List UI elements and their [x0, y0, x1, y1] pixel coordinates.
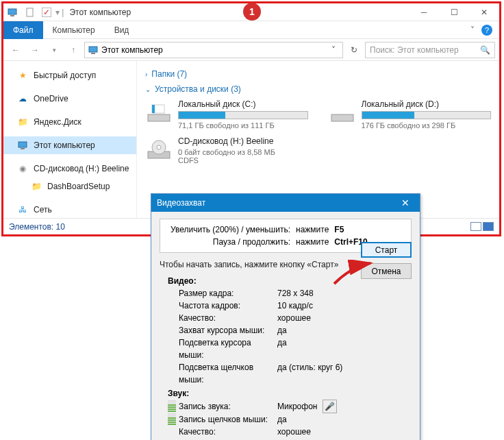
- address-text: Этот компьютер: [101, 45, 163, 55]
- star-icon: ★: [17, 70, 28, 81]
- item-count: Элементов: 10: [9, 222, 65, 232]
- level-meter-icon: [168, 400, 176, 413]
- drive-icon: [145, 99, 173, 127]
- recent-chevron-icon[interactable]: ▾: [46, 42, 62, 58]
- hint-label: Пауза / продолжить:: [167, 236, 290, 248]
- drive-name: Локальный диск (C:): [178, 99, 308, 109]
- prop-value: 728 x 348: [277, 287, 314, 300]
- svg-rect-5: [18, 142, 27, 147]
- address-box[interactable]: Этот компьютер ˅: [84, 42, 343, 58]
- svg-rect-3: [89, 47, 97, 52]
- drive-bar: [362, 111, 492, 119]
- tab-view[interactable]: Вид: [105, 21, 139, 39]
- close-button[interactable]: ✕: [469, 3, 499, 21]
- svg-rect-2: [27, 8, 33, 16]
- tab-computer[interactable]: Компьютер: [43, 21, 105, 39]
- svg-point-13: [157, 145, 161, 149]
- svg-rect-6: [21, 148, 25, 149]
- drive-c[interactable]: Локальный диск (C:) 71,1 ГБ свободно из …: [145, 99, 308, 130]
- search-input[interactable]: Поиск: Этот компьютер 🔍: [365, 42, 495, 58]
- svg-rect-7: [148, 114, 170, 121]
- drive-icon: [329, 99, 356, 127]
- sidebar-item-quick[interactable]: ★Быстрый доступ: [3, 66, 136, 84]
- help-icon[interactable]: ?: [481, 25, 492, 36]
- sidebar-label: DashBoardSetup: [47, 182, 110, 191]
- group-label: Устройства и диски (3): [155, 84, 241, 94]
- prop-label: Подсветка щелчков мыши:: [168, 361, 277, 386]
- sidebar-item-dash[interactable]: 📁DashBoardSetup: [3, 178, 136, 195]
- view-tiles-button[interactable]: [483, 222, 494, 231]
- prop-label: Частота кадров:: [168, 300, 277, 312]
- start-button[interactable]: Старт: [361, 242, 412, 258]
- drive-name: CD-дисковод (H:) Beeline: [178, 136, 323, 146]
- forward-button[interactable]: →: [27, 42, 43, 58]
- prop-label: Запись звука:: [179, 400, 277, 413]
- sidebar-item-yandex[interactable]: 📁Яндекс.Диск: [3, 113, 136, 131]
- sidebar-label: CD-дисковод (H:) Beeline: [34, 164, 129, 173]
- dialog-title: Видеозахват: [157, 198, 205, 208]
- hint-key: F5: [334, 223, 344, 236]
- svg-rect-9: [152, 105, 155, 113]
- sidebar: ★Быстрый доступ ☁OneDrive 📁Яндекс.Диск Э…: [3, 61, 137, 219]
- sidebar-label: Яндекс.Диск: [34, 117, 81, 127]
- chevron-down-icon: ⌄: [145, 86, 151, 93]
- prop-value: хорошее: [277, 312, 311, 324]
- arrow-icon: [331, 260, 379, 287]
- svg-rect-1: [10, 15, 14, 16]
- up-button[interactable]: ↑: [65, 42, 81, 58]
- hint-text: нажмите: [296, 236, 329, 248]
- mic-config-icon[interactable]: 🎤: [323, 400, 337, 413]
- prop-value: да (стиль: круг 6): [277, 361, 342, 386]
- drive-free: 0 байт свободно из 8,58 МБ: [178, 148, 323, 156]
- sidebar-item-onedrive[interactable]: ☁OneDrive: [3, 90, 136, 108]
- svg-rect-0: [8, 9, 16, 14]
- sidebar-item-network[interactable]: 🖧Сеть: [3, 201, 136, 219]
- svg-rect-10: [331, 114, 353, 121]
- check-icon: ✓: [42, 8, 51, 17]
- maximize-button[interactable]: ☐: [439, 3, 469, 21]
- prop-value: да: [277, 413, 287, 426]
- prop-label: Качество:: [168, 312, 277, 324]
- disc-icon: [145, 136, 173, 164]
- annotation-marker: 1: [243, 3, 261, 21]
- chevron-right-icon: ›: [145, 71, 147, 78]
- ribbon-chevron-icon[interactable]: ˅: [470, 25, 475, 35]
- sidebar-item-thispc[interactable]: Этот компьютер: [3, 136, 136, 154]
- prop-label: Размер кадра:: [168, 287, 277, 300]
- sidebar-label: Сеть: [34, 205, 52, 215]
- prop-value: хорошее: [277, 426, 311, 438]
- dialog-titlebar: Видеозахват ✕: [151, 194, 420, 212]
- address-bar: ← → ▾ ↑ Этот компьютер ˅ ↻ Поиск: Этот к…: [3, 39, 499, 61]
- drive-d[interactable]: Локальный диск (D:) 176 ГБ свободно из 2…: [329, 99, 492, 130]
- network-icon: 🖧: [17, 204, 28, 215]
- group-folders[interactable]: ›Папки (7): [145, 69, 491, 79]
- refresh-button[interactable]: ↻: [346, 45, 362, 55]
- drive-fs: CDFS: [178, 156, 323, 164]
- drive-cd[interactable]: CD-дисковод (H:) Beeline 0 байт свободно…: [145, 136, 323, 164]
- tab-file[interactable]: Файл: [3, 21, 43, 39]
- group-label: Папки (7): [151, 69, 187, 79]
- dialog-close-button[interactable]: ✕: [396, 197, 414, 208]
- prop-label: Запись щелчков мыши:: [179, 413, 277, 426]
- minimize-button[interactable]: ─: [409, 3, 439, 21]
- prop-label: Захват курсора мыши:: [168, 324, 277, 337]
- prop-label: Качество:: [179, 426, 277, 438]
- sidebar-item-cd[interactable]: ◉CD-дисковод (H:) Beeline: [3, 160, 136, 178]
- addr-chevron-icon[interactable]: ˅: [327, 45, 340, 55]
- window-title: Этот компьютер: [69, 8, 131, 17]
- prop-label: Подсветка курсора мыши:: [168, 337, 277, 361]
- group-devices[interactable]: ⌄Устройства и диски (3): [145, 84, 491, 94]
- view-details-button[interactable]: [470, 222, 481, 231]
- pc-icon: [6, 6, 18, 19]
- search-placeholder: Поиск: Этот компьютер: [370, 45, 459, 55]
- folder-icon: 📁: [17, 117, 28, 127]
- prop-value: 10 кадр/с: [277, 300, 313, 312]
- audio-heading: Звук:: [168, 387, 412, 400]
- sidebar-label: OneDrive: [34, 94, 68, 103]
- ribbon: Файл Компьютер Вид ˅ ?: [3, 21, 499, 39]
- svg-rect-4: [91, 53, 95, 54]
- hint-label: Увеличить (200%) / уменьшить:: [167, 223, 290, 236]
- drive-name: Локальный диск (D:): [362, 99, 492, 109]
- hint-text: нажмите: [296, 223, 329, 236]
- back-button[interactable]: ←: [8, 42, 24, 58]
